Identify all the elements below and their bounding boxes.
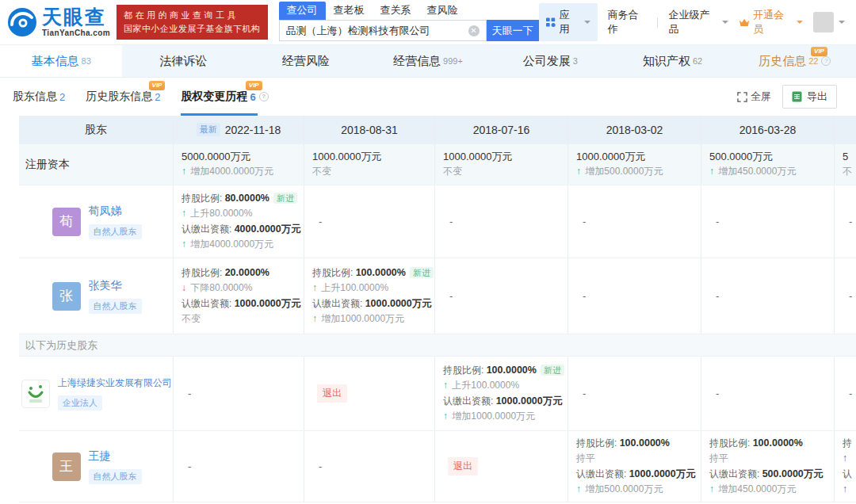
clipped-fragment: ↑ [843, 451, 856, 467]
table-cell: - [701, 357, 835, 430]
empty-dash: - [576, 388, 697, 399]
new-badge: 新进 [541, 365, 564, 376]
up-arrow-icon: ↑ [182, 166, 186, 177]
tianyancha-logo[interactable]: 天眼查 TianYanCha.com [6, 6, 110, 38]
user-menu[interactable] [813, 12, 845, 32]
shareholder-row: 上海绿捷实业发展有限公司企业法人-退出持股比例: 100.0000%新进↑ 上升… [19, 357, 856, 431]
fullscreen-button[interactable]: 全屏 [737, 90, 771, 104]
grid-icon [546, 17, 556, 28]
vip-badge: VIP [149, 81, 166, 90]
tab-5[interactable]: 知识产权62 [611, 45, 733, 77]
search-button[interactable]: 天眼一下 [487, 20, 539, 41]
subtab-2[interactable]: 股权变更历程6?VIP [181, 78, 268, 116]
change-line: 不变 [443, 164, 564, 180]
subtab-label: 历史股东信息 [86, 90, 152, 104]
apps-label: 应用 [560, 8, 579, 36]
up-arrow-icon: ↑ [709, 483, 714, 494]
export-button[interactable]: 导出 [782, 85, 837, 109]
change-line: 持平 [576, 451, 697, 467]
shareholder-name-link[interactable]: 王捷 [89, 449, 142, 464]
table-cell: - [174, 431, 304, 502]
tab-count: 999+ [443, 56, 463, 66]
vip-badge: VIP [811, 47, 827, 56]
tab-4[interactable]: 公司发展3 [489, 45, 611, 77]
search-input-wrap: ✕ [279, 20, 487, 41]
new-badge: 新进 [410, 267, 434, 278]
value-label: 持股比例: [182, 267, 225, 278]
shareholder-name-link[interactable]: 张美华 [89, 279, 142, 293]
change-text: 增加500.0000万元 [583, 483, 663, 494]
date-header: 2018-07-16 [473, 124, 530, 136]
avatar: 张 [52, 282, 81, 311]
tab-label: 公司发展 [523, 54, 571, 69]
value-label: 持股比例: [182, 193, 225, 204]
tab-3[interactable]: 经营信息999+ [367, 45, 489, 77]
subtab-0[interactable]: 股东信息2 [13, 78, 65, 116]
nav-enterprise-products[interactable]: 企业级产品 [668, 8, 728, 36]
search-tab-1[interactable]: 查老板 [326, 2, 373, 20]
crown-icon [739, 17, 750, 28]
value-number: 100.0000% [487, 365, 537, 376]
table-cell: 2018-08-31 [304, 116, 435, 143]
search-tab-0[interactable]: 查公司 [279, 2, 326, 20]
apps-button[interactable]: 应用 [539, 3, 598, 41]
up-arrow-icon: ↑ [182, 208, 186, 219]
change-text: 增加500.0000万元 [583, 166, 663, 177]
tab-1[interactable]: 法律诉讼 [122, 45, 244, 77]
table-header-row: 股东最新2022-11-182018-08-312018-07-162018-0… [19, 116, 856, 144]
empty-dash: - [843, 216, 856, 227]
subtab-label: 股权变更历程 [181, 90, 247, 104]
value-label: 持股比例: [709, 437, 753, 449]
change-line: 不变 [312, 164, 431, 180]
value-line: 认缴出资额: 500.0000万元 [709, 467, 831, 483]
empty-dash: - [709, 388, 831, 399]
search-input[interactable] [286, 25, 468, 36]
promo-banner: 都在用的商业查询工具 国家中小企业发展子基金旗下机构 [117, 5, 268, 40]
clipped-fragment: 持 [843, 436, 856, 452]
tab-label: 知识产权 [643, 54, 690, 69]
value-number: 100.0000% [620, 437, 670, 449]
clear-icon[interactable]: ✕ [468, 25, 480, 36]
shareholder-name-link[interactable]: 荀凤娣 [89, 204, 142, 219]
brand-title: 天眼查 [42, 7, 110, 27]
chevron-down-icon [584, 21, 590, 24]
change-line: 持平 [709, 451, 831, 467]
help-icon[interactable]: ? [259, 92, 269, 101]
tab-6[interactable]: 历史信息22?VIP [734, 45, 856, 77]
change-text: 上升100.0000% [449, 380, 519, 391]
change-line: ↑ 上升100.0000% [312, 281, 431, 296]
search-tab-2[interactable]: 查关系 [373, 2, 419, 20]
table-cell: 5 不 [835, 144, 856, 185]
shareholder-info: 上海绿捷实业发展有限公司企业法人 [58, 376, 172, 410]
search-tab-3[interactable]: 查风险 [419, 2, 466, 20]
change-text: 增加450.0000万元 [716, 166, 796, 177]
up-arrow-icon: ↑ [576, 166, 581, 177]
nav-biz-cooperation[interactable]: 商务合作 [608, 8, 648, 36]
history-shareholders-separator: 以下为历史股东 [19, 334, 856, 357]
value-number: 100.0000% [356, 267, 406, 278]
avatar[interactable] [813, 12, 834, 32]
table-cell: 股东 [19, 116, 174, 143]
tab-count: 62 [693, 56, 702, 66]
shareholder-name-link[interactable]: 上海绿捷实业发展有限公司 [58, 376, 172, 390]
tab-2[interactable]: 经营风险 [245, 45, 367, 77]
table-cell: 张张美华自然人股东 [19, 258, 174, 334]
down-arrow-icon: ↓ [182, 282, 186, 293]
open-vip-button[interactable]: 开通会员 [739, 8, 803, 36]
change-line: ↑ 上升100.0000% [443, 378, 564, 394]
subtab-label: 股东信息 [13, 90, 57, 104]
equity-change-table: 股东最新2022-11-182018-08-312018-07-162018-0… [19, 116, 856, 502]
empty-dash: - [312, 460, 431, 472]
change-text: 持平 [576, 452, 595, 464]
clipped-fragment: 认 [843, 467, 856, 483]
help-icon[interactable]: ? [821, 56, 831, 66]
table-cell: 上海绿捷实业发展有限公司企业法人 [19, 357, 174, 430]
value-number: 4000.0000万元 [235, 223, 301, 235]
company-logo [21, 380, 50, 408]
empty-dash: - [443, 216, 564, 227]
tab-0[interactable]: 基本信息83 [0, 45, 122, 77]
empty-dash: - [709, 290, 831, 302]
subtab-1[interactable]: 历史股东信息2VIP [86, 78, 160, 116]
change-text: 不 [843, 166, 852, 177]
capital-value: 5000.0000万元 [182, 149, 300, 164]
